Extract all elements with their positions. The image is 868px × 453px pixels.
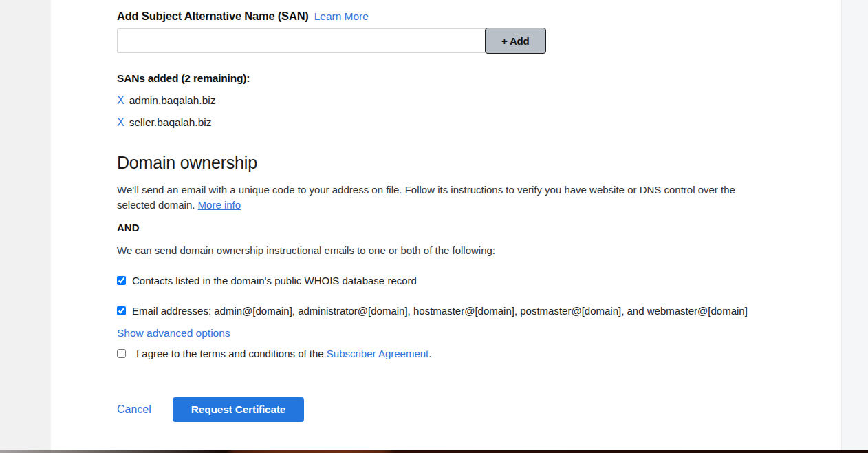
remove-san-icon[interactable]: X xyxy=(117,94,124,106)
whois-option-row: Contacts listed in the domain's public W… xyxy=(117,273,763,288)
form-actions: Cancel Request Certificate xyxy=(117,397,763,422)
domain-ownership-intro: We'll send an email with a unique code t… xyxy=(117,182,763,213)
learn-more-link[interactable]: Learn More xyxy=(314,10,369,23)
san-heading-row: Add Subject Alternative Name (SAN) Learn… xyxy=(117,0,763,23)
email-addresses-checkbox[interactable] xyxy=(117,306,126,315)
more-info-link[interactable]: More info xyxy=(198,199,241,211)
san-input-row: + Add xyxy=(117,28,550,54)
page: Add Subject Alternative Name (SAN) Learn… xyxy=(0,0,868,453)
add-san-button[interactable]: + Add xyxy=(485,28,546,54)
certificate-request-panel: Add Subject Alternative Name (SAN) Learn… xyxy=(51,0,841,453)
agree-terms-checkbox[interactable] xyxy=(117,349,126,358)
cancel-link[interactable]: Cancel xyxy=(117,403,151,416)
show-advanced-options-link[interactable]: Show advanced options xyxy=(117,327,230,339)
san-heading: Add Subject Alternative Name (SAN) xyxy=(117,10,309,23)
and-label: AND xyxy=(117,221,763,235)
scrollbar-track[interactable] xyxy=(841,0,868,453)
footer-edge-bar xyxy=(0,450,868,453)
agree-suffix: . xyxy=(428,348,431,359)
whois-option-label: Contacts listed in the domain's public W… xyxy=(132,273,417,288)
advanced-options-row: Show advanced options xyxy=(117,327,763,339)
agree-label: I agree to the terms and conditions of t… xyxy=(136,346,431,361)
request-certificate-button[interactable]: Request Certificate xyxy=(173,397,304,422)
remove-san-icon[interactable]: X xyxy=(117,116,124,128)
agree-prefix: I agree to the terms and conditions of t… xyxy=(136,348,327,359)
domain-ownership-heading: Domain ownership xyxy=(117,152,763,173)
san-list-item: Xadmin.baqalah.biz xyxy=(117,94,763,107)
san-input[interactable] xyxy=(117,28,486,53)
san-item-name: admin.baqalah.biz xyxy=(129,94,216,106)
email-option-label: Email addresses: admin@[domain], adminis… xyxy=(132,304,748,319)
san-list-item: Xseller.baqalah.biz xyxy=(117,116,763,129)
email-option-row: Email addresses: admin@[domain], adminis… xyxy=(117,304,763,319)
left-gutter xyxy=(0,0,51,453)
san-item-name: seller.baqalah.biz xyxy=(129,116,212,128)
agree-row: I agree to the terms and conditions of t… xyxy=(117,346,763,361)
whois-checkbox[interactable] xyxy=(117,276,126,285)
sans-added-label: SANs added (2 remaining): xyxy=(117,72,763,85)
emails-intro: We can send domain ownership instruction… xyxy=(117,243,763,258)
subscriber-agreement-link[interactable]: Subscriber Agreement xyxy=(327,348,428,359)
